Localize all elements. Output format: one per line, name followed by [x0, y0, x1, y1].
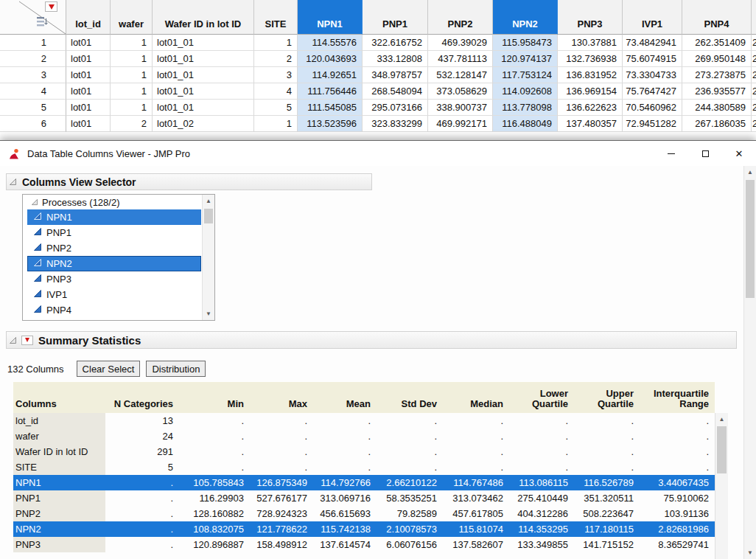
data-cell[interactable]: 1 — [111, 100, 153, 116]
data-cell[interactable]: 117.753124 — [493, 67, 558, 83]
scroll-down-icon[interactable]: ▼ — [744, 546, 756, 559]
data-cell[interactable]: 120.043693 — [298, 51, 363, 67]
data-cell[interactable]: 114.55576 — [298, 35, 363, 51]
column-header-pnp4[interactable]: PNP4 — [682, 0, 752, 35]
data-cell[interactable]: 115.958473 — [493, 35, 558, 51]
data-cell[interactable]: 73.4842941 — [623, 35, 682, 51]
stats-row-pnp3[interactable]: PNP3.120.896887158.498912137.6145746.060… — [13, 537, 715, 552]
column-header-pnp1[interactable]: PNP1 — [363, 0, 428, 35]
data-cell[interactable]: 114.092608 — [493, 83, 558, 100]
data-cell[interactable]: lot01 — [66, 67, 111, 83]
red-triangle-menu-icon[interactable] — [45, 1, 57, 12]
rows-panel-icon[interactable] — [36, 15, 48, 31]
data-cell[interactable]: 1 — [111, 83, 153, 100]
column-header-ivp1[interactable]: IVP1 — [623, 0, 682, 35]
column-header-pnp2[interactable]: PNP2 — [428, 0, 493, 35]
data-cell[interactable]: 338.900737 — [428, 100, 493, 116]
data-cell[interactable]: 1 — [111, 67, 153, 83]
data-cell[interactable]: 348.978757 — [363, 67, 428, 83]
tree-item-npn1[interactable]: NPN1 — [27, 209, 201, 225]
data-cell[interactable]: 267.186035 — [682, 116, 752, 132]
column-header-wafer-id-in-lot-id[interactable]: Wafer ID in lot ID — [153, 0, 254, 35]
data-cell[interactable]: 295.073166 — [363, 100, 428, 116]
data-cell[interactable]: 136.831952 — [558, 67, 623, 83]
row-number[interactable]: 4 — [0, 83, 66, 100]
data-cell[interactable]: lot01 — [66, 116, 111, 132]
data-cell[interactable]: lot01_01 — [153, 100, 254, 116]
data-cell[interactable]: 273.273875 — [682, 67, 752, 83]
stats-row-site[interactable]: SITE5........ — [13, 459, 715, 475]
data-cell[interactable]: 70.5460962 — [623, 100, 682, 116]
data-cell[interactable]: 113.523596 — [298, 116, 363, 132]
stats-row-pnp1[interactable]: PNP1.116.29903527.676177313.06971658.353… — [13, 490, 715, 506]
data-cell[interactable]: 437.781113 — [428, 51, 493, 67]
dialog-titlebar[interactable]: Data Table Columns Viewer - JMP Pro ✕ — [0, 141, 756, 166]
data-cell[interactable]: 75.7647427 — [623, 83, 682, 100]
data-cell[interactable]: lot01_01 — [153, 35, 254, 51]
stats-row-pnp2[interactable]: PNP2.128.160882728.924323456.61569379.82… — [13, 506, 715, 521]
tree-item-pnp1[interactable]: PNP1 — [27, 225, 201, 240]
tree-group-processes[interactable]: Processes (128/2) — [23, 195, 214, 209]
scroll-up-icon[interactable]: ▲ — [715, 413, 728, 426]
dialog-scrollbar[interactable]: ▲ ▼ — [743, 166, 756, 559]
data-cell[interactable]: 532.128147 — [428, 67, 493, 83]
data-cell[interactable]: 1 — [111, 51, 153, 67]
disclosure-triangle-icon[interactable] — [31, 198, 38, 206]
column-header-npn1[interactable]: NPN1 — [298, 0, 363, 35]
data-cell[interactable]: lot01 — [66, 35, 111, 51]
scroll-up-icon[interactable]: ▲ — [203, 195, 214, 207]
clear-select-button[interactable]: Clear Select — [77, 361, 141, 377]
data-cell[interactable]: 469.39029 — [428, 35, 493, 51]
data-cell[interactable]: 469.992171 — [428, 116, 493, 132]
maximize-button[interactable] — [688, 141, 722, 166]
data-cell[interactable]: 1 — [111, 35, 153, 51]
data-cell[interactable]: 5 — [254, 100, 298, 116]
red-triangle-menu-icon[interactable] — [21, 336, 33, 345]
data-cell[interactable]: 136.622623 — [558, 100, 623, 116]
table-corner[interactable] — [0, 0, 66, 35]
distribution-button[interactable]: Distribution — [146, 361, 206, 377]
data-cell[interactable]: lot01 — [66, 83, 111, 100]
disclosure-triangle-icon[interactable] — [9, 178, 17, 186]
data-cell[interactable]: 136.969154 — [558, 83, 623, 100]
data-cell[interactable]: 3 — [254, 67, 298, 83]
data-cell[interactable]: 75.6074915 — [623, 51, 682, 67]
close-button[interactable]: ✕ — [722, 141, 756, 166]
data-cell[interactable]: lot01_01 — [153, 67, 254, 83]
data-cell[interactable]: 322.616752 — [363, 35, 428, 51]
data-cell[interactable]: lot01_02 — [153, 116, 254, 132]
data-cell[interactable]: 236.935577 — [682, 83, 752, 100]
column-header-site[interactable]: SITE — [254, 0, 298, 35]
data-cell[interactable]: 323.833299 — [363, 116, 428, 132]
stats-row-npn2[interactable]: NPN2.108.832075121.778622115.7421382.100… — [13, 521, 715, 537]
column-header-wafer[interactable]: wafer — [111, 0, 153, 35]
row-number[interactable]: 5 — [0, 100, 66, 116]
tree-item-ivp1[interactable]: IVP1 — [27, 287, 201, 302]
disclosure-triangle-icon[interactable] — [9, 336, 17, 344]
data-cell[interactable]: 373.058629 — [428, 83, 493, 100]
data-cell[interactable]: 120.974137 — [493, 51, 558, 67]
data-cell[interactable]: 111.545085 — [298, 100, 363, 116]
stats-row-wafer[interactable]: wafer24........ — [13, 428, 715, 444]
data-cell[interactable]: 1 — [254, 35, 298, 51]
data-cell[interactable]: 72.9451282 — [623, 116, 682, 132]
data-cell[interactable]: 73.3304733 — [623, 67, 682, 83]
data-cell[interactable]: 4 — [254, 83, 298, 100]
tree-scrollbar[interactable]: ▲ ▼ — [202, 195, 214, 320]
stats-scrollbar[interactable]: ▲ — [715, 413, 728, 559]
stats-row-npn1[interactable]: NPN1.105.785843126.875349114.7927662.662… — [13, 475, 715, 490]
scroll-down-icon[interactable]: ▼ — [203, 308, 214, 320]
data-cell[interactable]: lot01 — [66, 51, 111, 67]
scrollbar-thumb[interactable] — [204, 209, 213, 223]
data-cell[interactable]: 114.92651 — [298, 67, 363, 83]
scrollbar-thumb[interactable] — [746, 180, 755, 298]
column-header-pnp3[interactable]: PNP3 — [558, 0, 623, 35]
data-cell[interactable]: lot01_01 — [153, 83, 254, 100]
row-number[interactable]: 6 — [0, 116, 66, 132]
data-cell[interactable]: 1 — [254, 116, 298, 132]
tree-item-pnp2[interactable]: PNP2 — [27, 240, 201, 256]
data-cell[interactable]: 111.756446 — [298, 83, 363, 100]
scrollbar-thumb[interactable] — [717, 426, 727, 473]
row-number[interactable]: 1 — [0, 35, 66, 51]
data-cell[interactable]: 2 — [254, 51, 298, 67]
